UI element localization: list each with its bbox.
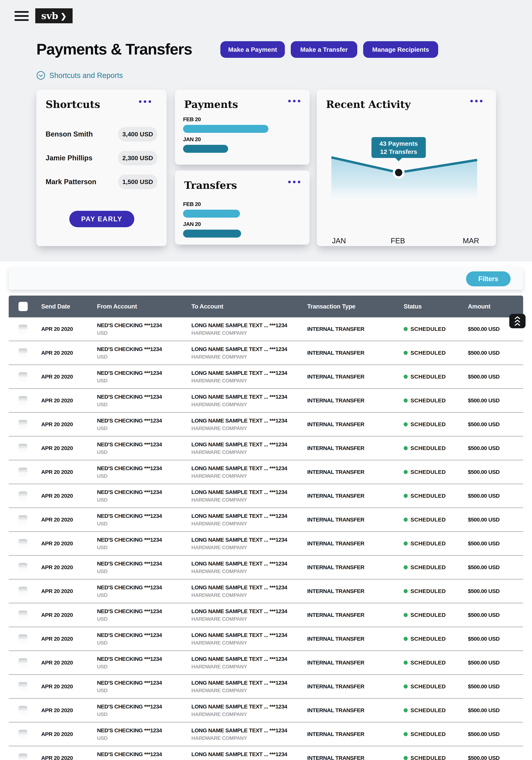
scroll-to-top-control[interactable]	[509, 314, 525, 328]
status-dot-icon	[404, 685, 408, 689]
row-checkbox[interactable]	[19, 539, 27, 548]
cell-from-account: NED'S CHECKING ***1234 USD	[97, 341, 162, 364]
cell-amount: $500.00 USD	[468, 389, 500, 412]
x-axis-label-mar: MAR	[463, 237, 479, 245]
cell-transaction-type: INTERNAL TRANSFER	[307, 389, 364, 412]
recent-activity-card: Recent Activity 43 Payments 12 Transfers…	[317, 90, 496, 246]
table-row: APR 20 2020 NED'S CHECKING ***1234 USD L…	[9, 508, 523, 532]
from-account-name: NED'S CHECKING ***1234	[97, 656, 162, 662]
filters-button[interactable]: Filters	[466, 271, 510, 286]
cell-amount: $500.00 USD	[468, 365, 500, 388]
status-label: SCHEDULED	[411, 707, 446, 713]
row-checkbox[interactable]	[19, 515, 27, 524]
to-account-name: LONG NAME SAMPLE TEXT ... ***1234	[191, 584, 287, 591]
cell-amount: $500.00 USD	[468, 460, 500, 484]
status-dot-icon	[404, 470, 408, 474]
row-checkbox[interactable]	[19, 492, 27, 500]
cell-transaction-type: INTERNAL TRANSFER	[307, 508, 364, 531]
shortcut-row: Benson Smith 3,400 USD	[46, 127, 157, 142]
row-checkbox[interactable]	[19, 730, 27, 738]
status-dot-icon	[404, 518, 408, 522]
cell-amount: $500.00 USD	[468, 484, 500, 507]
row-checkbox[interactable]	[19, 372, 27, 381]
make-a-payment-button[interactable]: Make a Payment	[220, 41, 285, 58]
payments-more-options-icon[interactable]	[288, 100, 300, 102]
row-checkbox[interactable]	[19, 444, 27, 452]
cell-to-account: LONG NAME SAMPLE TEXT ... ***1234 HARDWA…	[191, 580, 287, 603]
transfers-more-options-icon[interactable]	[288, 181, 300, 183]
from-account-currency: USD	[97, 664, 108, 670]
row-checkbox[interactable]	[19, 325, 27, 333]
status-label: SCHEDULED	[411, 397, 446, 404]
cell-send-date: APR 20 2020	[41, 627, 73, 650]
status-label: SCHEDULED	[411, 731, 446, 737]
from-account-currency: USD	[97, 354, 108, 360]
from-account-name: NED'S CHECKING ***1234	[97, 322, 162, 328]
cell-send-date: APR 20 2020	[41, 603, 73, 627]
shortcuts-more-options-icon[interactable]	[139, 100, 151, 103]
row-checkbox[interactable]	[19, 396, 27, 405]
to-account-company: HARDWARE COMPANY	[191, 688, 247, 693]
from-account-currency: USD	[97, 449, 108, 455]
make-a-transfer-button[interactable]: Make a Transfer	[291, 41, 357, 58]
recipient-amount-chip: 3,400 USD	[118, 127, 157, 142]
status-label: SCHEDULED	[411, 373, 446, 380]
cell-transaction-type: INTERNAL TRANSFER	[307, 603, 364, 627]
to-account-company: HARDWARE COMPANY	[191, 378, 247, 384]
from-account-currency: USD	[97, 711, 108, 717]
row-checkbox[interactable]	[19, 420, 27, 429]
shortcuts-card: Shortcuts Benson Smith 3,400 USD Jamie P…	[36, 90, 167, 246]
manage-recipients-button[interactable]: Manage Recipients	[363, 41, 438, 58]
cell-send-date: APR 20 2020	[41, 437, 73, 460]
row-checkbox[interactable]	[19, 658, 27, 667]
cell-to-account: LONG NAME SAMPLE TEXT ... ***1234 HARDWA…	[191, 508, 287, 531]
bar	[183, 125, 268, 133]
table-header: Send Date From Account To Account Transa…	[9, 296, 523, 317]
status-label: SCHEDULED	[411, 564, 446, 570]
to-account-name: LONG NAME SAMPLE TEXT ... ***1234	[191, 346, 287, 352]
chart-data-point-marker[interactable]	[393, 166, 405, 178]
row-checkbox[interactable]	[19, 563, 27, 572]
cell-to-account: LONG NAME SAMPLE TEXT ... ***1234 HARDWA…	[191, 627, 287, 650]
recent-activity-more-options-icon[interactable]	[470, 100, 482, 102]
shortcuts-card-title: Shortcuts	[46, 98, 100, 110]
row-checkbox[interactable]	[19, 587, 27, 595]
shortcuts-list: Benson Smith 3,400 USD Jamie Phillips 2,…	[46, 127, 157, 189]
bar-chart-item: FEB 20	[183, 201, 302, 217]
to-account-company: HARDWARE COMPANY	[191, 402, 247, 407]
row-checkbox[interactable]	[19, 349, 27, 357]
from-account-name: NED'S CHECKING ***1234	[97, 680, 162, 686]
cell-from-account: NED'S CHECKING ***1234 USD	[97, 603, 162, 627]
cell-from-account: NED'S CHECKING ***1234 USD	[97, 627, 162, 650]
cell-transaction-type: INTERNAL TRANSFER	[307, 341, 364, 364]
pay-early-button[interactable]: PAY EARLY	[69, 211, 134, 227]
column-header-to-account: To Account	[191, 296, 223, 317]
row-checkbox[interactable]	[19, 634, 27, 643]
table-row: APR 20 2020 NED'S CHECKING ***1234 USD L…	[9, 651, 523, 675]
shortcuts-and-reports-toggle[interactable]: Shortcuts and Reports	[36, 71, 123, 80]
row-checkbox[interactable]	[19, 682, 27, 691]
cell-send-date: APR 20 2020	[41, 746, 73, 760]
row-checkbox[interactable]	[19, 611, 27, 619]
shortcut-row: Mark Patterson 1,500 USD	[46, 174, 157, 189]
cell-to-account: LONG NAME SAMPLE TEXT ... ***1234 HARDWA…	[191, 556, 287, 579]
chart-tooltip: 43 Payments 12 Transfers	[371, 137, 426, 158]
cell-send-date: APR 20 2020	[41, 460, 73, 484]
cell-status: SCHEDULED	[404, 651, 446, 674]
to-account-name: LONG NAME SAMPLE TEXT ... ***1234	[191, 417, 287, 424]
status-label: SCHEDULED	[411, 588, 446, 594]
row-checkbox[interactable]	[19, 468, 27, 476]
table-row: APR 20 2020 NED'S CHECKING ***1234 USD L…	[9, 627, 523, 651]
hamburger-menu-icon[interactable]	[15, 11, 28, 21]
cell-amount: $500.00 USD	[468, 675, 500, 698]
table-row: APR 20 2020 NED'S CHECKING ***1234 USD L…	[9, 603, 523, 627]
cell-from-account: NED'S CHECKING ***1234 USD	[97, 389, 162, 412]
from-account-currency: USD	[97, 568, 108, 574]
triple-chevron-up-icon	[514, 316, 521, 326]
row-checkbox[interactable]	[19, 706, 27, 715]
row-checkbox[interactable]	[19, 753, 27, 760]
cell-from-account: NED'S CHECKING ***1234 USD	[97, 651, 162, 674]
svb-logo[interactable]: svb ❯	[35, 8, 73, 23]
select-all-checkbox[interactable]	[19, 302, 28, 311]
cell-amount: $500.00 USD	[468, 556, 500, 579]
